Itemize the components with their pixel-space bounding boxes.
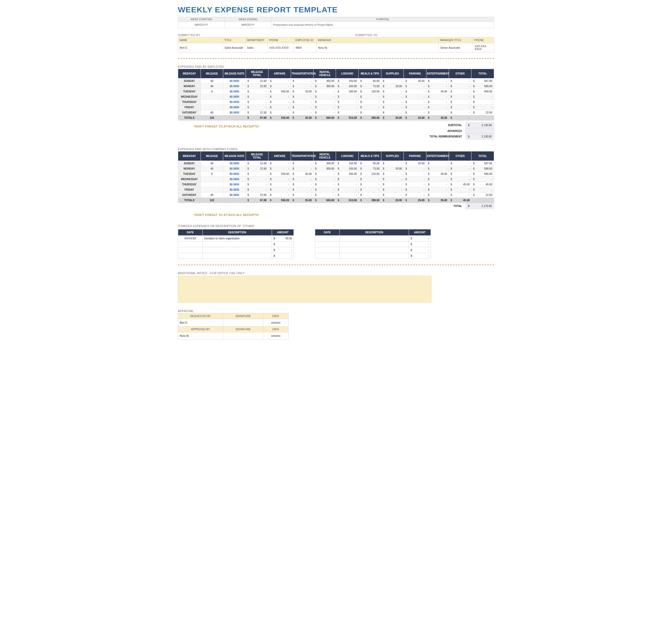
submitter-phone[interactable]: XXX-XXX-XXXX (268, 43, 294, 52)
expense-cell[interactable]: $- (426, 78, 449, 84)
expense-cell[interactable]: $- (449, 187, 472, 193)
expense-cell[interactable]: $- (268, 177, 291, 182)
expense-cell[interactable]: $- (268, 166, 291, 172)
approved-signature[interactable] (223, 332, 263, 340)
expense-cell[interactable]: $- (426, 105, 449, 110)
mileage-cell[interactable]: 40 (200, 78, 223, 84)
expense-cell[interactable]: $73.00 (359, 166, 381, 172)
expense-cell[interactable]: $- (313, 193, 336, 198)
expense-cell[interactable]: $- (268, 100, 291, 105)
expense-cell[interactable]: $- (449, 177, 472, 182)
expense-cell[interactable]: $- (336, 100, 359, 105)
expense-cell[interactable]: $200.00 (336, 172, 359, 177)
expense-cell[interactable]: $- (404, 100, 426, 105)
item-date[interactable] (315, 236, 340, 242)
expense-cell[interactable]: $- (359, 182, 381, 187)
expense-cell[interactable]: $- (359, 193, 381, 198)
expense-cell[interactable]: $200.00 (336, 89, 359, 94)
expense-cell[interactable]: $550.00 (268, 89, 291, 94)
expense-cell[interactable]: $- (268, 187, 291, 193)
mileage-cell[interactable] (200, 100, 223, 105)
expense-cell[interactable]: $- (381, 110, 404, 115)
mileage-cell[interactable]: 40 (200, 193, 223, 198)
item-amount[interactable]: $45.00 (272, 236, 294, 242)
expense-cell[interactable]: $- (268, 94, 291, 100)
expense-cell[interactable]: $120.00 (359, 172, 381, 177)
expense-cell[interactable]: $- (426, 100, 449, 105)
expense-cell[interactable]: $- (313, 187, 336, 193)
expense-cell[interactable]: $- (291, 110, 314, 115)
week-ending[interactable]: MM/DD/YY (225, 22, 271, 28)
expense-cell[interactable]: $- (426, 166, 449, 172)
expense-cell[interactable]: $- (404, 177, 426, 182)
expense-cell[interactable]: $- (336, 182, 359, 187)
expense-cell[interactable]: $- (404, 187, 426, 193)
expense-cell[interactable]: $- (404, 172, 426, 177)
expense-cell[interactable]: $- (291, 177, 314, 182)
expense-cell[interactable]: $- (336, 110, 359, 115)
item-amount[interactable]: $- (272, 247, 294, 253)
expense-cell[interactable]: $300.00 (313, 161, 336, 166)
mileage-cell[interactable]: 40 (200, 166, 223, 172)
expense-cell[interactable]: $- (449, 89, 472, 94)
item-date[interactable] (315, 247, 340, 253)
mileage-cell[interactable] (200, 187, 223, 193)
expense-cell[interactable]: $- (268, 78, 291, 84)
expense-cell[interactable]: $- (426, 193, 449, 198)
expense-cell[interactable]: $- (336, 94, 359, 100)
expense-cell[interactable]: $- (426, 187, 449, 193)
requested-signature[interactable] (223, 319, 263, 327)
expense-cell[interactable]: $- (336, 177, 359, 182)
expense-cell[interactable]: $- (268, 193, 291, 198)
expense-cell[interactable]: $- (291, 166, 314, 172)
expense-cell[interactable]: $- (381, 193, 404, 198)
submitter-empid[interactable]: 8954 (294, 43, 316, 52)
purpose[interactable]: Presentation and proposal delivery of Pr… (271, 22, 494, 28)
item-date[interactable] (178, 242, 203, 247)
expense-cell[interactable]: $- (404, 89, 426, 94)
expense-cell[interactable]: $73.00 (359, 84, 381, 89)
item-desc[interactable] (340, 253, 409, 259)
expense-cell[interactable]: $95.00 (359, 78, 381, 84)
expense-cell[interactable]: $- (313, 172, 336, 177)
expense-cell[interactable]: $- (404, 182, 426, 187)
expense-cell[interactable]: $- (449, 172, 472, 177)
expense-cell[interactable]: $35.00 (426, 89, 449, 94)
expense-cell[interactable]: $- (359, 100, 381, 105)
expense-cell[interactable]: $165.00 (336, 166, 359, 172)
item-amount[interactable]: $- (409, 253, 431, 259)
expense-cell[interactable]: $- (449, 105, 472, 110)
submitter-title[interactable]: Sales Associate (223, 43, 245, 52)
expense-cell[interactable]: $- (313, 100, 336, 105)
expense-cell[interactable]: $300.00 (313, 78, 336, 84)
expense-cell[interactable]: $- (449, 78, 472, 84)
mileage-cell[interactable]: 40 (200, 161, 223, 166)
expense-cell[interactable]: $- (268, 161, 291, 166)
expense-cell[interactable]: $300.00 (313, 166, 336, 172)
week-starting[interactable]: MM/DD/YY (178, 22, 225, 28)
item-desc[interactable] (340, 236, 409, 242)
mileage-cell[interactable]: 40 (200, 110, 223, 115)
item-date[interactable] (178, 253, 203, 259)
expense-cell[interactable]: $- (291, 193, 314, 198)
submitter-name[interactable]: Bert D. (178, 43, 223, 52)
expense-cell[interactable]: $- (291, 105, 314, 110)
expense-cell[interactable]: $35.00 (426, 172, 449, 177)
expense-cell[interactable]: $- (291, 100, 314, 105)
expense-cell[interactable]: $- (381, 94, 404, 100)
expense-cell[interactable]: $- (268, 84, 291, 89)
expense-cell[interactable]: $- (359, 187, 381, 193)
expense-cell[interactable]: $550.00 (268, 172, 291, 177)
manager-title[interactable]: Senior Associate (439, 43, 473, 52)
item-desc[interactable] (340, 242, 409, 247)
expense-cell[interactable]: $- (291, 182, 314, 187)
expense-cell[interactable]: $20.00 (381, 166, 404, 172)
expense-cell[interactable]: $- (426, 161, 449, 166)
expense-cell[interactable]: $- (268, 182, 291, 187)
submitter-dept[interactable]: Sales (245, 43, 268, 52)
expense-cell[interactable]: $95.00 (359, 161, 381, 166)
expense-cell[interactable]: $- (449, 166, 472, 172)
expense-cell[interactable]: $- (404, 84, 426, 89)
mileage-cell[interactable]: 0 (200, 172, 223, 177)
item-desc[interactable] (203, 247, 272, 253)
